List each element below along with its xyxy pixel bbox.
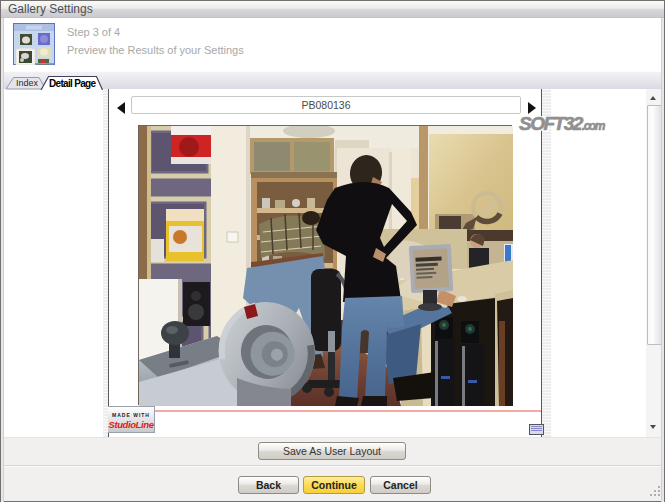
svg-text:Detail Page: Detail Page <box>49 78 96 89</box>
svg-text:Index: Index <box>16 78 39 88</box>
